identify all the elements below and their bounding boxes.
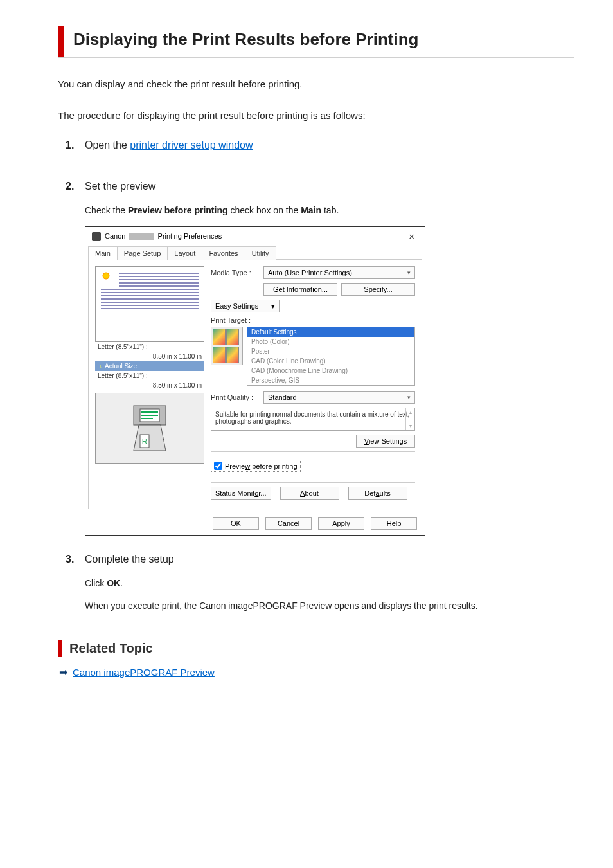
target-item[interactable]: CAD (Monochrome Line Drawing)	[247, 366, 414, 375]
media-type-label: Media Type :	[211, 269, 260, 276]
chevron-down-icon: ▾	[407, 269, 411, 276]
step-2-text: Check the Preview before printing check …	[85, 204, 574, 217]
tab-favorites[interactable]: Favorites	[202, 246, 245, 260]
paper-size-label-2: Letter (8.5"x11") :	[95, 371, 204, 381]
preview-before-printing-checkbox[interactable]: Preview before printing	[211, 460, 301, 472]
tab-utility[interactable]: Utility	[245, 246, 276, 260]
tab-page-setup[interactable]: Page Setup	[117, 246, 168, 260]
dialog-model-blur	[129, 233, 154, 240]
page-title: Displaying the Print Results before Prin…	[73, 26, 418, 57]
related-accent	[58, 640, 62, 657]
printing-preferences-dialog: Canon Printing Preferences × Main Page S…	[85, 226, 425, 536]
step-1-text-pre: Open the	[85, 140, 130, 150]
easy-settings-button[interactable]: Easy Settings ▾	[211, 300, 280, 312]
paper-dim-1: 8.50 in x 11.00 in	[95, 352, 204, 361]
step-number: 1.	[66, 140, 85, 163]
step-2-title: Set the preview	[85, 181, 574, 192]
print-target-label: Print Target :	[211, 316, 415, 324]
page-title-bar: Displaying the Print Results before Prin…	[58, 26, 574, 58]
ok-button[interactable]: OK	[213, 517, 259, 530]
dialog-icon	[92, 232, 101, 241]
view-settings-button[interactable]: View Settings	[356, 435, 415, 448]
arrow-right-icon: ➡	[59, 666, 67, 678]
cancel-button[interactable]: Cancel	[265, 517, 312, 530]
down-arrow-icon: ↓	[99, 363, 102, 370]
scrollbar[interactable]: ▴▾	[405, 408, 414, 430]
media-type-dropdown[interactable]: Auto (Use Printer Settings) ▾	[263, 266, 415, 279]
step-3-title: Complete the setup	[85, 554, 574, 565]
tab-main[interactable]: Main	[88, 246, 118, 260]
tab-layout[interactable]: Layout	[167, 246, 202, 260]
apply-button[interactable]: Apply	[318, 517, 364, 530]
related-link[interactable]: Canon imagePROGRAF Preview	[73, 667, 215, 678]
description-box: Suitable for printing normal documents t…	[211, 408, 415, 431]
target-item[interactable]: CAD (Color Line Drawing)	[247, 356, 414, 366]
about-button[interactable]: About	[280, 487, 339, 500]
step-3: 3. Complete the setup Click OK. When you…	[66, 554, 574, 622]
step-3-text-2: When you execute print, the Canon imageP…	[85, 599, 574, 613]
actual-size-label: ↓ Actual Size	[95, 361, 204, 371]
print-quality-dropdown[interactable]: Standard ▾	[263, 391, 415, 404]
svg-text:R: R	[142, 437, 148, 446]
paper-dim-2: 8.50 in x 11.00 in	[95, 381, 204, 390]
step-2: 2. Set the preview Check the Preview bef…	[66, 181, 574, 536]
get-information-button[interactable]: Get Information...	[263, 283, 337, 296]
step-1: 1. Open the printer driver setup window	[66, 140, 574, 163]
step-3-text-1: Click OK.	[85, 577, 574, 590]
print-target-list[interactable]: Default Settings Photo (Color) Poster CA…	[247, 327, 415, 386]
target-item[interactable]: Default Settings	[247, 327, 414, 337]
page-preview	[95, 266, 204, 342]
step-1-title: Open the printer driver setup window	[85, 140, 574, 151]
defaults-button[interactable]: Defaults	[348, 487, 407, 500]
tab-panel-main: Letter (8.5"x11") : 8.50 in x 11.00 in ↓…	[88, 259, 422, 509]
paper-size-label-1: Letter (8.5"x11") :	[95, 342, 204, 352]
step-number: 2.	[66, 181, 85, 536]
printer-driver-link[interactable]: printer driver setup window	[130, 140, 253, 150]
print-target-thumbnail	[211, 327, 243, 365]
chevron-down-icon: ▾	[407, 394, 411, 401]
printer-illustration: R	[95, 393, 204, 464]
help-button[interactable]: Help	[371, 517, 417, 530]
title-accent	[58, 26, 64, 57]
checkbox-input[interactable]	[214, 462, 222, 470]
dialog-tabs: Main Page Setup Layout Favorites Utility	[85, 246, 425, 260]
print-quality-label: Print Quality :	[211, 393, 260, 401]
dialog-titlebar: Canon Printing Preferences ×	[85, 227, 425, 246]
related-topic-heading: Related Topic	[69, 640, 153, 657]
status-monitor-button[interactable]: Status Monitor...	[211, 487, 271, 500]
target-item[interactable]: Photo (Color)	[247, 337, 414, 347]
chevron-down-icon: ▾	[271, 302, 275, 311]
dialog-button-row: OK Cancel Apply Help	[85, 512, 425, 535]
specify-button[interactable]: Specify...	[341, 283, 415, 296]
intro-text-2: The procedure for displaying the print r…	[58, 109, 574, 123]
target-item[interactable]: Poster	[247, 347, 414, 356]
close-icon[interactable]: ×	[405, 231, 418, 242]
dialog-title: Canon Printing Preferences	[105, 232, 405, 240]
target-item[interactable]: Perspective, GIS	[247, 375, 414, 385]
step-number: 3.	[66, 554, 85, 622]
related-link-row: ➡ Canon imagePROGRAF Preview	[59, 666, 574, 678]
intro-text-1: You can display and check the print resu…	[58, 77, 574, 92]
related-topic-bar: Related Topic	[58, 640, 574, 657]
